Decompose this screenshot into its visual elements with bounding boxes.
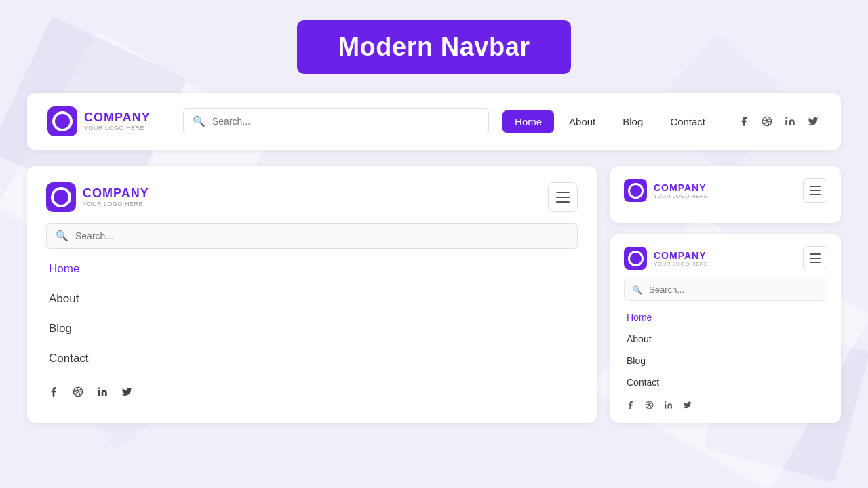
svg-point-1 bbox=[785, 117, 787, 119]
hamburger-line-2 bbox=[556, 197, 570, 198]
small-logo-icon-2 bbox=[624, 247, 647, 270]
search-input[interactable] bbox=[183, 108, 489, 134]
small-nav-links-2: Home About Blog Contact bbox=[624, 306, 827, 393]
bottom-section: COMPANY YOUR LOGO HERE 🔍 Home About Blog bbox=[27, 166, 841, 423]
hamburger-button[interactable] bbox=[548, 182, 578, 212]
small-ham2-line-1 bbox=[810, 253, 821, 255]
small-search-input-2[interactable] bbox=[624, 279, 827, 301]
mobile-facebook-icon[interactable] bbox=[46, 384, 61, 399]
small-card-2-header: COMPANY YOUR LOGO HERE bbox=[624, 246, 827, 270]
small-nav-blog-2[interactable]: Blog bbox=[624, 350, 827, 371]
small-social-icons-2 bbox=[624, 399, 827, 411]
svg-point-5 bbox=[665, 401, 666, 403]
social-icons bbox=[736, 114, 821, 129]
small-dribbble-icon-2[interactable] bbox=[643, 399, 655, 411]
mobile-logo-group[interactable]: COMPANY YOUR LOGO HERE bbox=[46, 182, 168, 212]
linkedin-icon[interactable] bbox=[783, 114, 797, 129]
mobile-logo-sub: YOUR LOGO HERE bbox=[83, 201, 149, 207]
mobile-nav-link-blog[interactable]: Blog bbox=[46, 314, 578, 344]
small-nav-about-2[interactable]: About bbox=[624, 328, 827, 350]
small-search-2: 🔍 bbox=[624, 279, 827, 301]
mobile-social-icons bbox=[46, 384, 578, 399]
small-ham2-line-3 bbox=[810, 262, 821, 263]
small-ham-line-1 bbox=[810, 186, 821, 187]
small-logo-sub-2: YOUR LOGO HERE bbox=[654, 261, 708, 267]
small-card-1: COMPANY YOUR LOGO HERE bbox=[610, 166, 841, 223]
facebook-icon[interactable] bbox=[736, 114, 751, 129]
nav-link-about[interactable]: About bbox=[557, 110, 608, 133]
nav-link-contact[interactable]: Contact bbox=[658, 110, 717, 133]
mobile-search-input[interactable] bbox=[46, 223, 578, 249]
small-logo-sub-1: YOUR LOGO HERE bbox=[654, 193, 708, 199]
logo-group[interactable]: COMPANY YOUR LOGO HERE bbox=[47, 106, 170, 136]
small-card-2: COMPANY YOUR LOGO HERE 🔍 Home bbox=[610, 234, 841, 423]
nav-link-home[interactable]: Home bbox=[502, 110, 554, 133]
nav-links: Home About Blog Contact bbox=[502, 110, 717, 133]
nav-link-blog[interactable]: Blog bbox=[610, 110, 655, 133]
hamburger-line-1 bbox=[556, 192, 570, 193]
logo-name: COMPANY bbox=[84, 111, 151, 125]
mobile-linkedin-icon[interactable] bbox=[95, 384, 110, 399]
right-cards: COMPANY YOUR LOGO HERE bbox=[610, 166, 841, 423]
small-facebook-icon-2[interactable] bbox=[624, 399, 636, 411]
mobile-logo-name: COMPANY bbox=[83, 187, 149, 201]
search-bar: 🔍 bbox=[183, 108, 489, 134]
page-title: Modern Navbar bbox=[338, 33, 530, 62]
small-logo-text-2: COMPANY YOUR LOGO HERE bbox=[654, 250, 708, 267]
small-ham-line-2 bbox=[810, 190, 821, 191]
small-linkedin-icon-2[interactable] bbox=[662, 399, 674, 411]
small-logo-group-2[interactable]: COMPANY YOUR LOGO HERE bbox=[624, 247, 746, 270]
mobile-dribbble-icon[interactable] bbox=[71, 384, 85, 399]
mobile-nav-links: Home About Blog Contact bbox=[46, 254, 578, 373]
small-hamburger-1[interactable] bbox=[803, 178, 827, 203]
small-nav-home-2[interactable]: Home bbox=[624, 306, 827, 328]
small-card-1-header: COMPANY YOUR LOGO HERE bbox=[624, 178, 827, 203]
mobile-twitter-icon[interactable] bbox=[119, 384, 134, 399]
hamburger-line-3 bbox=[556, 201, 570, 203]
mobile-card-header: COMPANY YOUR LOGO HERE bbox=[46, 182, 578, 212]
mobile-logo-icon bbox=[46, 182, 76, 212]
small-ham2-line-2 bbox=[810, 258, 821, 259]
main-navbar-card: COMPANY YOUR LOGO HERE 🔍 Home About Blog… bbox=[27, 93, 841, 150]
twitter-icon[interactable] bbox=[806, 114, 821, 129]
small-twitter-icon-2[interactable] bbox=[681, 399, 693, 411]
logo-sub: YOUR LOGO HERE bbox=[84, 125, 151, 131]
small-logo-icon-1 bbox=[624, 179, 647, 202]
mobile-search: 🔍 bbox=[46, 223, 578, 249]
small-hamburger-2[interactable] bbox=[803, 246, 827, 270]
small-ham-line-3 bbox=[810, 194, 821, 195]
svg-point-3 bbox=[98, 387, 100, 389]
mobile-logo-text: COMPANY YOUR LOGO HERE bbox=[83, 187, 149, 207]
small-logo-name-2: COMPANY bbox=[654, 250, 708, 261]
small-logo-name-1: COMPANY bbox=[654, 182, 708, 193]
search-icon: 🔍 bbox=[193, 115, 205, 127]
small-search-icon-2: 🔍 bbox=[632, 285, 642, 295]
logo-text: COMPANY YOUR LOGO HERE bbox=[84, 111, 151, 131]
mobile-nav-link-contact[interactable]: Contact bbox=[46, 344, 578, 373]
logo-icon bbox=[47, 106, 77, 136]
mobile-navbar-card: COMPANY YOUR LOGO HERE 🔍 Home About Blog bbox=[27, 166, 597, 423]
mobile-nav-link-about[interactable]: About bbox=[46, 284, 578, 314]
small-nav-contact-2[interactable]: Contact bbox=[624, 371, 827, 393]
mobile-search-icon: 🔍 bbox=[56, 230, 68, 242]
small-logo-group-1[interactable]: COMPANY YOUR LOGO HERE bbox=[624, 179, 746, 202]
page-content: Modern Navbar COMPANY YOUR LOGO HERE 🔍 H… bbox=[0, 0, 868, 443]
title-banner: Modern Navbar bbox=[297, 20, 570, 74]
small-logo-text-1: COMPANY YOUR LOGO HERE bbox=[654, 182, 708, 199]
mobile-nav-link-home[interactable]: Home bbox=[46, 254, 578, 284]
dribbble-icon[interactable] bbox=[760, 114, 774, 129]
